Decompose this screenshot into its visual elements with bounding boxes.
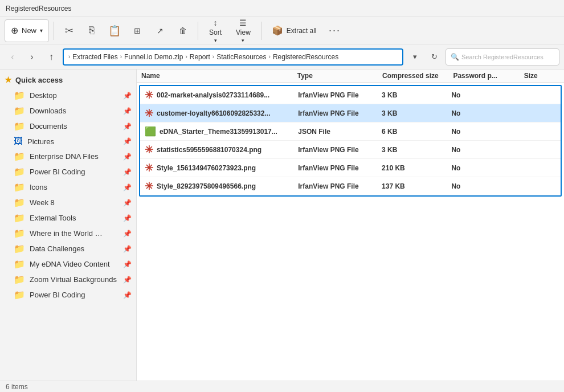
back-button[interactable]: ‹	[5, 49, 21, 65]
pin-icon-powerbi2: 📌	[123, 291, 132, 299]
file-icon-3: 🟩	[145, 126, 156, 137]
col-header-password: Password p...	[453, 72, 524, 80]
delete-button[interactable]: 🗑	[173, 21, 193, 41]
col-header-size: Size	[524, 72, 559, 80]
address-part-5: RegisteredResources	[273, 53, 338, 61]
sidebar-item-pictures[interactable]: 🖼 Pictures 📌	[0, 134, 136, 149]
address-part-4: StaticResources	[216, 53, 266, 61]
sidebar-item-label-pictures: Pictures	[27, 137, 54, 146]
pin-icon-powerbi1: 📌	[123, 168, 132, 176]
sidebar-item-myedna[interactable]: 📁 My eDNA Video Content 📌	[0, 256, 136, 272]
folder-icon-documents: 📁	[14, 121, 25, 132]
file-type-4: IrfanView PNG File	[298, 146, 382, 154]
sidebar-item-week8[interactable]: 📁 Week 8 📌	[0, 195, 136, 210]
more-button[interactable]: ···	[325, 21, 345, 41]
extract-icon: 📦	[272, 25, 283, 36]
table-row[interactable]: ✳ Style_82923975809496566.png IrfanView …	[140, 177, 561, 195]
table-row[interactable]: ✳ Style_15613494760273923.png IrfanView …	[140, 159, 561, 177]
sidebar-item-icons[interactable]: 📁 Icons 📌	[0, 179, 136, 195]
file-name-text-3: eDNA_Starter_Theme31359913017...	[160, 128, 277, 136]
quick-access-header[interactable]: ★ Quick access	[0, 72, 136, 88]
folder-icon-desktop: 📁	[14, 90, 25, 101]
folder-icon-enterprise: 📁	[14, 151, 25, 162]
sidebar-item-enterprise[interactable]: 📁 Enterprise DNA Files 📌	[0, 149, 136, 164]
table-row[interactable]: 🟩 eDNA_Starter_Theme31359913017... JSON …	[140, 122, 561, 141]
file-password-4: No	[451, 146, 521, 154]
new-icon: ⊕	[11, 25, 18, 36]
folder-icon-powerbi2: 📁	[14, 289, 25, 300]
view-button[interactable]: ☰ View ▾	[230, 19, 256, 42]
address-bar[interactable]: › Extracted Files › Funnel.io Demo.zip ›…	[63, 48, 403, 66]
sidebar-item-documents[interactable]: 📁 Documents 📌	[0, 119, 136, 134]
file-name-col-1: ✳ 002-market-analysis02733114689...	[145, 89, 298, 101]
extract-button[interactable]: 📦 Extract all	[266, 19, 322, 42]
refresh-button[interactable]: ↻	[426, 49, 442, 65]
window-title: RegisteredResources	[6, 5, 71, 13]
pin-icon-externaltools: 📌	[123, 214, 132, 222]
rename-button[interactable]: ⊞	[127, 21, 148, 41]
search-bar[interactable]: 🔍 Search RegisteredResources	[446, 48, 559, 66]
view-icon: ☰	[239, 18, 247, 27]
file-compressed-6: 137 KB	[382, 182, 451, 190]
new-dropdown-icon: ▾	[40, 27, 43, 34]
file-name-col-4: ✳ statistics5955596881070324.png	[145, 144, 298, 156]
title-bar: RegisteredResources	[0, 0, 564, 17]
file-compressed-5: 210 KB	[382, 164, 451, 172]
folder-icon-externaltools: 📁	[14, 213, 25, 223]
sidebar-item-datachallenges[interactable]: 📁 Data Challenges 📌	[0, 241, 136, 256]
folder-icon-whereworld: 📁	[14, 228, 25, 239]
file-icon-6: ✳	[145, 180, 153, 193]
sidebar-item-powerbi2[interactable]: 📁 Power BI Coding 📌	[0, 287, 136, 303]
folder-icon-icons: 📁	[14, 182, 25, 193]
file-name-text-1: 002-market-analysis02733114689...	[157, 91, 269, 99]
file-name-text-6: Style_82923975809496566.png	[157, 182, 256, 190]
toolbar-separator-3	[261, 22, 261, 40]
copy-button[interactable]: ⎘	[81, 21, 102, 41]
pin-icon-icons: 📌	[123, 183, 132, 191]
file-name-text-5: Style_15613494760273923.png	[157, 164, 256, 172]
new-button[interactable]: ⊕ New ▾	[5, 19, 49, 42]
pin-icon-whereworld: 📌	[123, 230, 132, 238]
folder-icon-datachallenges: 📁	[14, 243, 25, 254]
file-type-2: IrfanView PNG File	[298, 109, 382, 117]
table-row[interactable]: ✳ 002-market-analysis02733114689... Irfa…	[140, 86, 561, 104]
sidebar-item-label-week8: Week 8	[30, 198, 55, 207]
quick-access-label: Quick access	[15, 76, 63, 84]
folder-icon-zoombg: 📁	[14, 274, 25, 285]
table-row[interactable]: ✳ statistics5955596881070324.png IrfanVi…	[140, 141, 561, 159]
table-row[interactable]: ✳ customer-loyalty66106092825332... Irfa…	[140, 104, 561, 122]
view-dropdown-icon: ▾	[242, 38, 244, 43]
toolbar-separator-2	[198, 22, 198, 40]
address-chevron-0: ›	[68, 54, 70, 60]
address-chevron-2: ›	[185, 54, 187, 60]
sidebar-item-externaltools[interactable]: 📁 External Tools 📌	[0, 210, 136, 226]
file-type-5: IrfanView PNG File	[298, 164, 382, 172]
folder-icon-week8: 📁	[14, 197, 25, 208]
file-name-col-6: ✳ Style_82923975809496566.png	[145, 180, 298, 193]
folder-icon-pictures: 🖼	[14, 136, 23, 146]
sort-button[interactable]: ↕ Sort ▾	[203, 19, 228, 42]
file-list: Name Type Compressed size Password p... …	[137, 70, 564, 381]
sidebar-item-downloads[interactable]: 📁 Downloads 📌	[0, 103, 136, 119]
forward-button[interactable]: ›	[24, 49, 40, 65]
address-dropdown-button[interactable]: ▾	[407, 49, 423, 65]
file-password-6: No	[451, 182, 521, 190]
toolbar-separator-1	[54, 22, 54, 40]
paste-button[interactable]: 📋	[104, 21, 125, 41]
file-icon-2: ✳	[145, 107, 153, 120]
sidebar-item-desktop[interactable]: 📁 Desktop 📌	[0, 88, 136, 103]
file-type-3: JSON File	[298, 128, 382, 136]
sidebar-item-zoombg[interactable]: 📁 Zoom Virtual Backgrounds 📌	[0, 272, 136, 287]
file-name-col-2: ✳ customer-loyalty66106092825332...	[145, 107, 298, 120]
cut-button[interactable]: ✂	[59, 21, 79, 41]
sidebar-item-powerbi1[interactable]: 📁 Power BI Coding 📌	[0, 164, 136, 179]
sidebar-item-label-desktop: Desktop	[30, 91, 57, 100]
star-icon: ★	[5, 75, 12, 84]
file-password-5: No	[451, 164, 521, 172]
up-button[interactable]: ↑	[43, 49, 59, 65]
file-icon-4: ✳	[145, 144, 153, 156]
col-header-compressed: Compressed size	[382, 72, 453, 80]
share-button[interactable]: ↗	[150, 21, 170, 41]
sidebar-item-whereworld[interactable]: 📁 Where in the World Is Enterpr... 📌	[0, 226, 136, 241]
file-table-wrapper: ✳ 002-market-analysis02733114689... Irfa…	[139, 85, 562, 197]
